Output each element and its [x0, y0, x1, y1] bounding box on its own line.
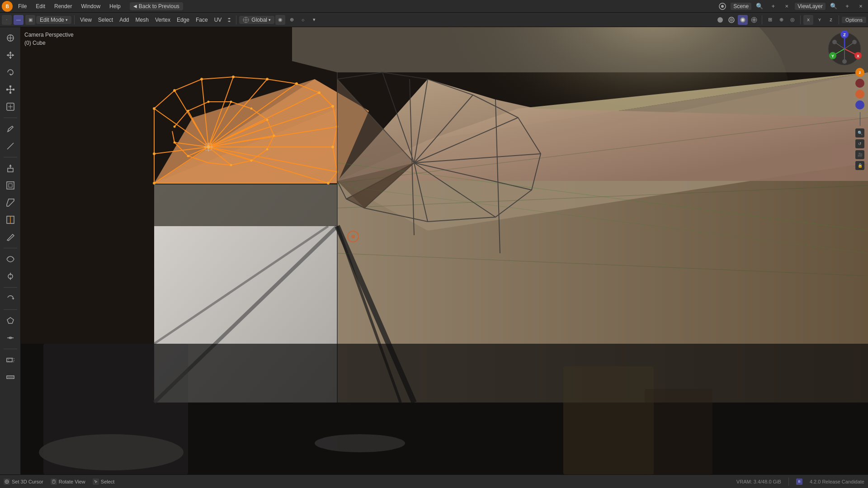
viewport-shading-solid[interactable]	[715, 15, 725, 25]
mesh-menu-btn[interactable]: Mesh	[133, 16, 151, 24]
proportional-btn[interactable]: ○	[298, 15, 308, 25]
edge-menu-btn[interactable]: Edge	[174, 16, 192, 24]
mode-icon-face[interactable]: ▣	[25, 15, 35, 25]
svg-text:B: B	[5, 4, 9, 9]
menu-help[interactable]: Help	[106, 2, 124, 10]
svg-rect-158	[43, 344, 188, 474]
svg-point-114	[327, 182, 330, 185]
svg-rect-44	[7, 182, 14, 189]
menu-file[interactable]: File	[14, 2, 30, 10]
navigation-gizmo[interactable]: X Y Z	[826, 31, 863, 67]
view-menu-btn[interactable]: View	[77, 16, 94, 24]
shrink-fatten-tool[interactable]	[2, 268, 19, 284]
scene-remove-icon[interactable]: ×	[781, 1, 792, 12]
blender-logo: B	[2, 1, 13, 12]
viewport-orbit-btn[interactable]: ↺	[855, 139, 864, 148]
edit-mode-dropdown[interactable]: Edit Mode ▾	[36, 16, 71, 24]
add-menu-btn[interactable]: Add	[117, 16, 132, 24]
extrude-tool[interactable]	[2, 160, 19, 176]
viewport-camera-btn[interactable]: 🎥	[855, 150, 864, 159]
tool-sep-6	[4, 349, 17, 349]
svg-rect-32	[6, 89, 8, 90]
edit-mode-toolbar: · — ▣ Edit Mode ▾ View Select Add Mesh V…	[0, 13, 868, 27]
svg-point-115	[153, 182, 156, 185]
svg-point-105	[200, 78, 203, 81]
xray-btn[interactable]: ◎	[788, 15, 797, 25]
transform-orientation-dropdown[interactable]: Global ▾	[239, 16, 274, 24]
tool-sep-2	[4, 157, 17, 157]
viewport-zoom-btn[interactable]: 🔍	[855, 128, 864, 137]
svg-point-103	[153, 107, 156, 110]
vertex-menu-btn[interactable]: Vertex	[152, 16, 173, 24]
spin-tool[interactable]	[2, 290, 19, 307]
pivot-point-btn[interactable]: ◉	[275, 15, 285, 25]
view-layer-selector[interactable]: ViewLayer	[795, 3, 826, 10]
transform-tool[interactable]	[2, 99, 19, 115]
viewport-shading-rendered[interactable]	[738, 15, 748, 25]
vl-remove-icon[interactable]: ×	[855, 1, 866, 12]
svg-text:X: X	[857, 54, 859, 58]
svg-point-118	[187, 110, 189, 112]
rotate-tool[interactable]	[2, 64, 19, 81]
cursor-tool[interactable]	[2, 30, 19, 46]
scene-add-icon[interactable]: +	[768, 1, 778, 12]
back-to-previous-btn[interactable]: ◀ Back to Previous	[130, 2, 183, 10]
inset-faces-tool[interactable]	[2, 177, 19, 194]
scale-tool[interactable]	[2, 81, 19, 98]
options-dropdown-btn[interactable]: Options	[842, 17, 866, 23]
mouse-icon	[51, 479, 57, 485]
svg-point-106	[232, 76, 235, 78]
tool-sep-5	[4, 309, 17, 310]
viewport-shading-eevee[interactable]	[749, 15, 759, 25]
z-axis-btn[interactable]: Z	[826, 15, 836, 25]
overlays-btn[interactable]: ⊞	[765, 15, 775, 25]
select-menu-btn[interactable]: Select	[95, 16, 116, 24]
vram-display: VRAM: 3.4/48.0 GiB	[736, 479, 781, 484]
svg-rect-45	[9, 184, 12, 187]
face-menu-btn[interactable]: Face	[193, 16, 211, 24]
menu-window[interactable]: Window	[77, 2, 104, 10]
scene-search-icon[interactable]: 🔍	[754, 1, 765, 12]
svg-point-124	[266, 148, 269, 151]
sep3	[762, 15, 762, 24]
snap-btn[interactable]: ⊕	[287, 15, 297, 25]
x-axis-btn[interactable]: X	[803, 15, 813, 25]
measure-tool[interactable]	[2, 138, 19, 154]
annotate-tool[interactable]	[2, 121, 19, 137]
vl-search-icon[interactable]: 🔍	[828, 1, 839, 12]
smooth-tool[interactable]	[2, 251, 19, 267]
knife-tool[interactable]	[2, 229, 19, 245]
header-right: Scene 🔍 + × ViewLayer 🔍 + ×	[717, 1, 866, 12]
tool-sep-4	[4, 287, 17, 288]
bevel-tool[interactable]	[2, 194, 19, 211]
svg-point-119	[208, 101, 210, 103]
svg-marker-53	[7, 317, 14, 323]
svg-point-125	[250, 160, 253, 162]
main-viewport[interactable]: Camera Perspective (0) Cube X Y Z	[21, 27, 868, 474]
gizmos-btn[interactable]: ⊕	[776, 15, 786, 25]
solidify-tool[interactable]	[2, 369, 19, 385]
blender-icon-btn[interactable]	[717, 1, 728, 12]
options-icon[interactable]	[225, 16, 233, 24]
y-axis-btn[interactable]: Y	[815, 15, 825, 25]
move-tool[interactable]	[2, 47, 19, 63]
uv-menu-btn[interactable]: UV	[212, 16, 225, 24]
mode-icon-edge[interactable]: —	[14, 15, 24, 25]
rip-tool[interactable]	[2, 330, 19, 346]
viewport-shading-mat[interactable]	[726, 15, 736, 25]
vl-add-icon[interactable]: +	[842, 1, 853, 12]
shear-tool[interactable]	[2, 352, 19, 368]
svg-marker-24	[9, 57, 12, 59]
viewport-lock-btn[interactable]: 🔒	[855, 161, 864, 170]
svg-marker-71	[154, 183, 337, 226]
svg-marker-25	[7, 54, 9, 57]
mode-icon-vert[interactable]: ·	[2, 15, 12, 25]
menu-render[interactable]: Render	[51, 2, 75, 10]
loop-cut-tool[interactable]	[2, 212, 19, 228]
proportional-type-btn[interactable]: ▾	[309, 15, 319, 25]
scene-selector[interactable]: Scene	[731, 3, 751, 10]
svg-point-104	[173, 89, 176, 92]
svg-point-159	[315, 434, 405, 452]
poly-build-tool[interactable]	[2, 313, 19, 329]
menu-edit[interactable]: Edit	[32, 2, 49, 10]
